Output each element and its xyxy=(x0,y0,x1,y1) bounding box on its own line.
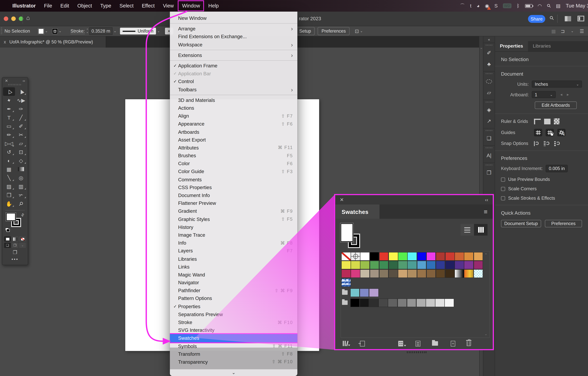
menu-item-gradient[interactable]: Gradient⌘ F9 xyxy=(170,207,297,215)
swatches-drag-handle[interactable] xyxy=(407,351,426,353)
stroke-weight-value[interactable]: 0.3528 m xyxy=(89,27,112,35)
swatch-55a157[interactable] xyxy=(370,261,379,269)
menubar-item-type[interactable]: Type xyxy=(96,1,115,10)
swatch-616161[interactable] xyxy=(388,299,397,307)
menu-item-color[interactable]: ColorF6 xyxy=(170,160,297,167)
close-document-icon[interactable]: x xyxy=(4,39,6,45)
wifi-status-icon[interactable]: ◠ xyxy=(538,3,542,9)
eyedropper-tool[interactable]: ╲ xyxy=(3,173,15,182)
swatch-e2e2e2[interactable] xyxy=(436,299,444,307)
menu-item-pattern-options[interactable]: Pattern Options xyxy=(170,294,297,303)
menu-item-separations-preview[interactable]: Separations Preview xyxy=(170,310,297,318)
transparency-grid-icon[interactable] xyxy=(554,118,559,124)
artboard-nav-arrows[interactable]: ◂▸ xyxy=(560,92,573,97)
scissors-tool[interactable]: ✂ xyxy=(15,130,27,139)
swatch-c8c8c8[interactable] xyxy=(426,299,435,307)
add-to-library-icon[interactable] xyxy=(360,341,365,346)
tourbox-status-icon[interactable]: t xyxy=(470,3,471,9)
tab-properties[interactable]: Properties xyxy=(495,41,528,51)
menu-item-css-properties[interactable]: CSS Properties xyxy=(170,183,297,191)
menubar-item-illustrator[interactable]: Illustrator xyxy=(8,1,40,10)
tools-collapse-icon[interactable]: ‹‹ xyxy=(23,79,25,83)
swatch-registration[interactable] xyxy=(351,252,360,260)
curvature-tool[interactable]: ✑ xyxy=(15,104,27,113)
hand-tool[interactable]: ✋ xyxy=(3,199,15,208)
pathfinder-icon[interactable]: ❐ xyxy=(483,167,495,178)
list-view-button[interactable] xyxy=(460,224,474,236)
artboard-select-tool[interactable]: ⊡ xyxy=(15,147,27,156)
menu-item-links[interactable]: Links xyxy=(170,263,297,271)
menubar-item-view[interactable]: View xyxy=(159,1,178,10)
swatch-2e2e2e[interactable] xyxy=(370,299,378,307)
swatch-gradient-white-black[interactable] xyxy=(455,270,464,278)
swatch-pattern-floral[interactable] xyxy=(342,279,350,286)
swatch-9ac04b[interactable] xyxy=(360,261,369,269)
show-grid-icon[interactable] xyxy=(544,118,551,124)
artboard-cursor-chevron-icon[interactable]: ⌄ xyxy=(360,29,363,33)
symbol-sprayer-tool[interactable]: ▨ xyxy=(3,182,15,191)
menubar-item-window[interactable]: Window xyxy=(178,1,204,10)
lasso-tool[interactable]: ∿▶ xyxy=(15,96,27,104)
swatch-0703f5[interactable] xyxy=(417,252,426,260)
menu-item-comments[interactable]: Comments xyxy=(170,176,297,183)
quick-preferences-button[interactable]: Preferences xyxy=(545,220,582,227)
swatch-e2372c[interactable] xyxy=(379,252,388,260)
snap-to-pixel-icon[interactable]: Ɔ xyxy=(554,141,560,146)
magic-wand-tool[interactable]: ✦ xyxy=(3,96,15,104)
shield-status-icon[interactable]: S xyxy=(494,3,498,9)
headphones-status-icon[interactable]: ⌒ xyxy=(460,2,465,9)
menu-item-appearance[interactable]: Appearance⇧ F6 xyxy=(170,120,297,128)
swatch-57ef4d[interactable] xyxy=(398,252,407,260)
menu-item-brushes[interactable]: BrushesF5 xyxy=(170,152,297,160)
dock-group-drag-handle[interactable] xyxy=(486,130,492,132)
home-icon[interactable]: ⌂ xyxy=(26,15,30,21)
delete-swatch-icon[interactable] xyxy=(467,341,471,346)
swatch-ce6334[interactable] xyxy=(455,252,464,260)
checkbox-box[interactable] xyxy=(501,196,505,200)
artboards-icon[interactable]: ❏ xyxy=(483,133,495,144)
swatch-f6f6f6[interactable] xyxy=(445,299,454,307)
rotate-tool[interactable]: ↺ xyxy=(3,147,15,156)
artboard-select[interactable]: 1 ⌄ xyxy=(532,91,556,98)
menu-item-flattener-preview[interactable]: Flattener Preview xyxy=(170,199,297,207)
menu-item-toolbars[interactable]: Toolbars› xyxy=(170,86,297,94)
checkbox-box[interactable] xyxy=(501,187,505,191)
pie-status-icon[interactable]: ◕ xyxy=(477,3,480,9)
swap-fill-stroke-icon[interactable]: ⇄ xyxy=(20,212,25,218)
menu-item-document-info[interactable]: Document Info xyxy=(170,191,297,199)
swatch-949494[interactable] xyxy=(407,299,416,307)
paint-tools-icon[interactable]: ✐ xyxy=(483,47,495,58)
dock-group-drag-handle[interactable] xyxy=(486,101,492,103)
swatches-close-icon[interactable]: ✕ xyxy=(340,197,344,203)
swatch-scroll-down-icon[interactable]: ⌄ xyxy=(484,332,488,336)
wd-status-icon[interactable]: WD xyxy=(503,3,512,8)
swatch-d83b80[interactable] xyxy=(351,270,360,278)
menu-item-layers[interactable]: LayersF7 xyxy=(170,247,297,255)
pencil-tool[interactable]: ✏ xyxy=(3,130,15,139)
menu-item-attributes[interactable]: Attributes⌘ F11 xyxy=(170,144,297,152)
align-grid-icon[interactable]: ▦ xyxy=(551,28,556,34)
document-setup-button[interactable]: Setup xyxy=(295,27,315,35)
swatches-panel-menu-icon[interactable]: ≡ xyxy=(484,208,488,216)
swatch-e3a355[interactable] xyxy=(474,252,483,260)
gradient-mode-button[interactable] xyxy=(12,236,18,242)
swatch-d6da4b[interactable] xyxy=(351,261,360,269)
minimize-window-button[interactable] xyxy=(11,16,16,21)
blend-tool[interactable]: ◎ xyxy=(15,173,27,182)
menu-item-navigator[interactable]: Navigator xyxy=(170,279,297,287)
dock-group-drag-handle[interactable] xyxy=(486,147,492,149)
battery-status-icon[interactable] xyxy=(525,4,532,8)
units-select[interactable]: Inches ⌄ xyxy=(532,81,582,87)
menu-item-actions[interactable]: Actions xyxy=(170,104,297,112)
snap-options-icon[interactable]: ⊐ xyxy=(561,28,565,34)
show-rulers-icon[interactable] xyxy=(534,118,541,124)
draw-behind-button[interactable]: ❐ xyxy=(12,243,18,248)
checkbox-use-preview-bounds[interactable]: Use Preview Bounds xyxy=(501,177,582,182)
swatch-kinds-menu-icon[interactable] xyxy=(398,341,406,346)
swatch-pattern-checker[interactable] xyxy=(474,270,483,278)
artboard-cursor-icon[interactable]: ⊡ xyxy=(355,28,359,34)
menu-item-swatches[interactable]: Swatches xyxy=(170,334,297,342)
snap-to-grid-icon[interactable]: Ɔ xyxy=(544,141,549,146)
swatch-c4b9a3[interactable] xyxy=(360,270,369,278)
selection-marquee-icon[interactable] xyxy=(483,76,495,87)
